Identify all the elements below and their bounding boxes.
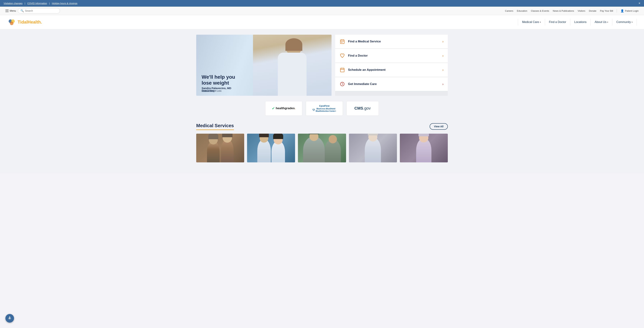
healthgrades-text: healthgrades. (276, 106, 296, 110)
figure-4 (365, 137, 381, 162)
figure-2a (257, 139, 271, 162)
qa-left-schedule: Schedule an Appointment (340, 67, 386, 73)
chevron-about-us: ▾ (607, 21, 608, 23)
service-card-3[interactable] (298, 134, 346, 162)
svg-rect-8 (340, 68, 344, 72)
figure-1a (207, 141, 220, 162)
hero-section: We'll help you lose weight Read More San… (196, 35, 448, 96)
qa-arrow-find-doctor: › (442, 54, 444, 58)
figure-5 (416, 138, 432, 162)
donate-link[interactable]: Donate (589, 10, 596, 12)
education-link[interactable]: Education (517, 10, 528, 12)
doctor-hair (286, 38, 302, 51)
hair-5 (418, 134, 429, 136)
qa-label-find-doctor: Find a Doctor (348, 54, 368, 58)
search-icon: 🔍 (20, 9, 24, 12)
quick-action-schedule[interactable]: Schedule an Appointment › (335, 63, 448, 77)
service-card-img-1 (196, 134, 244, 162)
figure-3b (325, 139, 341, 162)
svg-rect-7 (342, 42, 342, 43)
primary-nav: TidalHealth. Medical Care ▾ Find a Docto… (0, 15, 644, 29)
quick-action-immediate-care[interactable]: Get Immediate Care › (335, 77, 448, 91)
service-cards-row (196, 134, 448, 162)
qa-label-medical-service: Find a Medical Service (348, 40, 381, 43)
visitors-link[interactable]: Visitors (578, 10, 585, 12)
alert-bar: Visitation changes | COVID Information |… (0, 0, 644, 7)
user-icon: 👤 (620, 9, 624, 12)
cap-3 (308, 134, 319, 134)
heart-icon (340, 53, 345, 58)
carefirst-shield-icon: 🛡 (312, 108, 315, 112)
svg-rect-3 (340, 40, 344, 44)
service-card-img-3 (298, 134, 346, 162)
hero-image-card: We'll help you lose weight Read More San… (196, 35, 332, 96)
logo-suffix: . (41, 20, 42, 24)
nav-community[interactable]: Community ▾ (612, 19, 637, 26)
search-input[interactable] (25, 9, 57, 12)
hair-4 (368, 134, 378, 136)
qa-left-medical: Find a Medical Service (340, 38, 381, 44)
qa-left-immediate: Get Immediate Care (340, 81, 377, 87)
clock-icon (340, 81, 345, 87)
news-publications-link[interactable]: News & Publications (553, 10, 574, 12)
carefirst-logo[interactable]: CareFirst 🛡 BlueCross BlueShieldBlueDist… (306, 101, 343, 116)
hamburger-icon (6, 10, 8, 12)
qa-arrow-medical-service: › (442, 40, 444, 44)
cms-logo[interactable]: CMS.gov (346, 101, 379, 116)
service-card-img-5 (400, 134, 448, 162)
quick-action-find-doctor[interactable]: Find a Doctor › (335, 49, 448, 63)
secondary-nav-left: Menu 🔍 (6, 8, 60, 14)
hair-2a (259, 134, 269, 137)
service-card-img-4 (349, 134, 397, 162)
logo-text: TidalHealth. (18, 20, 42, 24)
quick-action-find-medical-service[interactable]: Find a Medical Service › (335, 35, 448, 48)
qa-label-schedule: Schedule an Appointment (348, 68, 386, 72)
nav-about-us[interactable]: About Us ▾ (591, 19, 612, 26)
head-3b (329, 135, 337, 143)
holiday-link[interactable]: Holiday hours & closings (52, 2, 77, 5)
patient-login-link[interactable]: 👤 Patient Login (620, 9, 638, 12)
secondary-nav: Menu 🔍 Careers Education Classes & Event… (0, 7, 644, 15)
cms-text: CMS.gov (354, 106, 370, 111)
visitation-link[interactable]: Visitation changes (4, 2, 22, 5)
service-card-img-2 (247, 134, 295, 162)
calendar-icon (340, 38, 345, 44)
main-content: We'll help you lose weight Read More San… (0, 29, 644, 173)
main-nav: Medical Care ▾ Find a Doctor Locations A… (518, 19, 637, 26)
classes-events-link[interactable]: Classes & Events (531, 10, 549, 12)
chevron-community: ▾ (632, 21, 633, 23)
partners-section: ✔ healthgrades. CareFirst 🛡 BlueCross Bl… (196, 96, 448, 121)
svg-point-2 (10, 22, 14, 25)
alert-close-button[interactable]: × (638, 2, 640, 5)
menu-button[interactable]: Menu (6, 9, 16, 12)
logo[interactable]: TidalHealth. (7, 18, 42, 26)
hero-heading: We'll help you lose weight (202, 74, 241, 86)
figure-2b (272, 141, 285, 162)
service-card-4[interactable] (349, 134, 397, 162)
covid-link[interactable]: COVID Information (27, 2, 47, 5)
doctor-specialty: Medical Weight Loss (202, 90, 231, 92)
healthgrades-logo[interactable]: ✔ healthgrades. (265, 101, 302, 116)
hair-1a (208, 134, 218, 139)
service-card-2[interactable] (247, 134, 295, 162)
doctor-name: Sandra Palavecino, MD (202, 86, 231, 90)
menu-label: Menu (10, 9, 16, 12)
patient-login-label: Patient Login (625, 10, 638, 12)
nav-locations[interactable]: Locations (570, 19, 591, 26)
separator-2: | (49, 2, 50, 5)
logo-brand: TidalHealth (18, 20, 41, 24)
service-card-5[interactable] (400, 134, 448, 162)
chevron-medical-care: ▾ (540, 21, 541, 23)
service-card-1[interactable] (196, 134, 244, 162)
pay-bill-link[interactable]: Pay Your Bill (600, 10, 613, 12)
careers-link[interactable]: Careers (505, 10, 513, 12)
logo-icon (7, 18, 16, 26)
search-box: 🔍 (18, 8, 60, 14)
qa-label-immediate-care: Get Immediate Care (348, 82, 377, 86)
view-all-button[interactable]: View All (430, 123, 448, 130)
figure-1b (221, 139, 234, 162)
nav-find-doctor[interactable]: Find a Doctor (545, 19, 570, 26)
secondary-nav-right: Careers Education Classes & Events News … (505, 9, 638, 12)
nav-medical-care[interactable]: Medical Care ▾ (518, 19, 545, 26)
separator-1: | (24, 2, 25, 5)
